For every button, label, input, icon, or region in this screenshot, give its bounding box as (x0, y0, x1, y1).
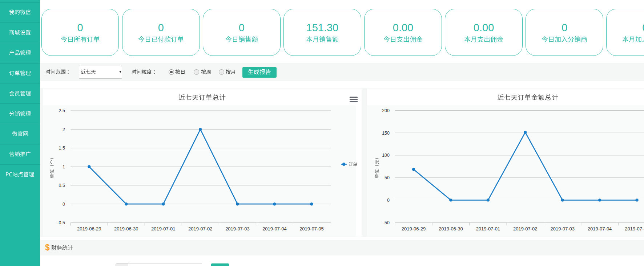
svg-text:2019-06-29: 2019-06-29 (77, 226, 101, 232)
svg-text:2019-07-02: 2019-07-02 (513, 226, 538, 232)
svg-text:2019-06-30: 2019-06-30 (114, 226, 138, 232)
svg-text:-0.5: -0.5 (57, 220, 65, 225)
svg-text:2019-07-01: 2019-07-01 (151, 226, 176, 232)
svg-text:0.5: 0.5 (59, 183, 65, 188)
svg-text:200: 200 (382, 108, 390, 113)
svg-text:100: 100 (382, 153, 390, 158)
svg-text:2019-06-30: 2019-06-30 (439, 226, 463, 232)
svg-text:1: 1 (63, 164, 65, 169)
svg-text:0: 0 (387, 198, 390, 203)
svg-text:150: 150 (382, 131, 390, 136)
svg-text:50: 50 (385, 175, 390, 180)
svg-text:2019-07-04: 2019-07-04 (588, 226, 612, 232)
svg-text:2019-07-05: 2019-07-05 (625, 226, 644, 232)
svg-text:0: 0 (63, 202, 65, 207)
svg-text:2019-07-02: 2019-07-02 (188, 226, 213, 232)
svg-text:1.5: 1.5 (59, 146, 65, 151)
svg-text:2019-06-29: 2019-06-29 (402, 226, 426, 232)
svg-text:2019-07-04: 2019-07-04 (262, 226, 287, 232)
svg-text:2019-07-05: 2019-07-05 (299, 226, 324, 232)
svg-text:2.5: 2.5 (59, 108, 65, 113)
svg-text:2019-07-03: 2019-07-03 (225, 226, 250, 232)
svg-text:2019-07-01: 2019-07-01 (476, 226, 500, 232)
svg-text:-50: -50 (383, 220, 390, 225)
svg-text:2: 2 (63, 127, 65, 132)
svg-text:2019-07-03: 2019-07-03 (550, 226, 575, 232)
